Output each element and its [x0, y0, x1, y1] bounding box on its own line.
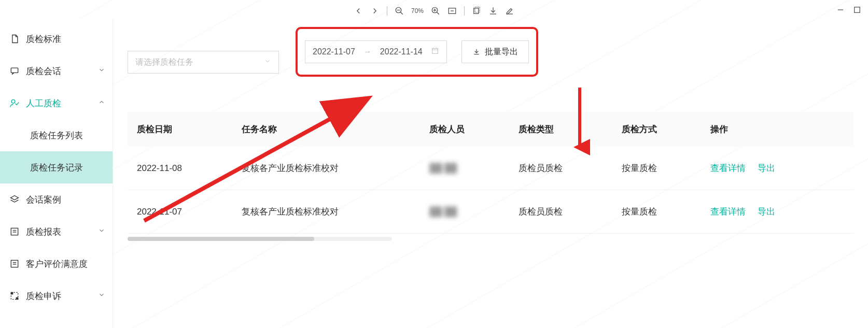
list-icon: [9, 259, 20, 269]
list-icon: [9, 226, 20, 237]
chevron-down-icon: [264, 58, 271, 67]
sidebar-item-task-list[interactable]: 质检任务列表: [0, 119, 113, 151]
svg-rect-19: [11, 228, 18, 235]
chevron-down-icon: [98, 226, 105, 237]
sidebar-item-label: 会话案例: [26, 194, 61, 206]
export-link[interactable]: 导出: [758, 163, 775, 173]
chat-icon: [9, 66, 20, 76]
view-detail-link[interactable]: 查看详情: [710, 163, 746, 173]
sidebar-item-label: 质检会话: [26, 65, 61, 77]
arrow-right-icon: →: [363, 47, 372, 56]
viewer-toolbar: 70%: [0, 0, 868, 19]
maximize-icon[interactable]: [852, 5, 862, 15]
sidebar-item-standard[interactable]: 质检标准: [0, 23, 113, 55]
chevron-down-icon: [98, 291, 105, 301]
col-ops: 操作: [701, 112, 853, 147]
sidebar-item-label: 质检任务列表: [30, 130, 83, 141]
bulk-export-button[interactable]: 批量导出: [461, 40, 529, 63]
svg-rect-9: [474, 8, 479, 13]
sidebar-item-label: 人工质检: [26, 97, 61, 109]
fit-width-icon[interactable]: [447, 6, 457, 16]
bounds-icon: [9, 291, 20, 301]
download-icon: [472, 48, 481, 56]
cell-method: 按量质检: [612, 190, 701, 234]
sidebar-item-label: 质检任务记录: [30, 162, 83, 174]
col-date: 质检日期: [128, 112, 232, 147]
calendar-icon: [431, 47, 439, 57]
task-select[interactable]: 请选择质检任务: [128, 51, 279, 74]
edit-icon[interactable]: [505, 6, 514, 16]
sidebar-item-csat[interactable]: 客户评价满意度: [0, 248, 113, 280]
col-person: 质检人员: [420, 112, 509, 147]
cell-ops: 查看详情 导出: [701, 190, 853, 234]
svg-rect-16: [11, 68, 18, 73]
sidebar-item-label: 质检申诉: [26, 290, 61, 302]
download-icon[interactable]: [488, 6, 498, 16]
svg-rect-10: [475, 7, 480, 12]
main-content: 请选择质检任务 2022-11-07 → 2022-11-14 批量导出: [113, 19, 868, 328]
sidebar-item-label: 客户评价满意度: [26, 258, 88, 270]
zoom-in-icon[interactable]: [431, 6, 440, 16]
bulk-export-label: 批量导出: [485, 47, 518, 58]
chevron-down-icon: [98, 66, 105, 76]
task-select-placeholder: 请选择质检任务: [135, 57, 193, 68]
sidebar: 质检标准 质检会话 人工质检 质检任务列表 质检任务记录 会话案例 质检报表: [0, 19, 113, 328]
chevron-up-icon: [98, 98, 105, 108]
table-row: 2022-11-07 复核各产业质检标准校对 ██ ██ 质检员质检 按量质检 …: [128, 190, 853, 234]
cell-task: 复核各产业质检标准校对: [232, 190, 420, 234]
cell-method: 按量质检: [612, 147, 701, 190]
stack-icon: [9, 194, 20, 205]
filters-row: 请选择质检任务 2022-11-07 → 2022-11-14 批量导出: [128, 37, 853, 87]
svg-rect-32: [432, 48, 438, 53]
horizontal-scrollbar[interactable]: [128, 237, 392, 241]
cell-type: 质检员质检: [509, 190, 612, 234]
file-icon: [9, 34, 20, 44]
sidebar-item-case[interactable]: 会话案例: [0, 183, 113, 216]
cell-ops: 查看详情 导出: [701, 147, 853, 190]
date-start: 2022-11-07: [313, 47, 355, 56]
svg-marker-18: [11, 196, 19, 200]
sidebar-item-session[interactable]: 质检会话: [0, 55, 113, 87]
sidebar-item-label: 质检标准: [26, 33, 61, 45]
cell-type: 质检员质检: [509, 147, 612, 190]
sidebar-item-manual-qc[interactable]: 人工质检: [0, 87, 113, 119]
cell-person: ██ ██: [420, 190, 509, 234]
cell-date: 2022-11-08: [128, 147, 232, 190]
col-method: 质检方式: [612, 112, 701, 147]
view-detail-link[interactable]: 查看详情: [710, 207, 746, 217]
table-row: 2022-11-08 复核各产业质检标准校对 ██ ██ 质检员质检 按量质检 …: [128, 147, 853, 190]
svg-point-17: [11, 99, 15, 103]
cell-date: 2022-11-07: [128, 190, 232, 234]
svg-line-4: [437, 12, 439, 15]
date-range-picker[interactable]: 2022-11-07 → 2022-11-14: [305, 40, 447, 63]
svg-rect-27: [16, 297, 18, 299]
sidebar-item-label: 质检报表: [26, 226, 61, 238]
records-table: 质检日期 任务名称 质检人员 质检类型 质检方式 操作 2022-11-08 复…: [128, 112, 853, 234]
minimize-icon[interactable]: [836, 5, 845, 15]
rotate-icon[interactable]: [472, 6, 481, 16]
col-task: 任务名称: [232, 112, 420, 147]
next-icon[interactable]: [370, 6, 380, 16]
sidebar-item-report[interactable]: 质检报表: [0, 216, 113, 248]
date-end: 2022-11-14: [380, 47, 423, 56]
export-link[interactable]: 导出: [758, 207, 775, 217]
prev-icon[interactable]: [354, 6, 363, 16]
zoom-out-icon[interactable]: [395, 6, 404, 16]
zoom-level: 70%: [411, 7, 424, 15]
svg-rect-15: [855, 7, 860, 13]
cell-task: 复核各产业质检标准校对: [232, 147, 420, 190]
cell-person: ██ ██: [420, 147, 509, 190]
col-type: 质检类型: [509, 112, 612, 147]
svg-line-1: [400, 12, 403, 15]
person-check-icon: [9, 98, 20, 108]
sidebar-item-task-records[interactable]: 质检任务记录: [0, 151, 113, 183]
annotation-highlight-box: 2022-11-07 → 2022-11-14 批量导出: [296, 27, 538, 77]
svg-rect-26: [11, 292, 12, 294]
svg-rect-22: [11, 260, 18, 267]
sidebar-item-appeal[interactable]: 质检申诉: [0, 280, 113, 312]
